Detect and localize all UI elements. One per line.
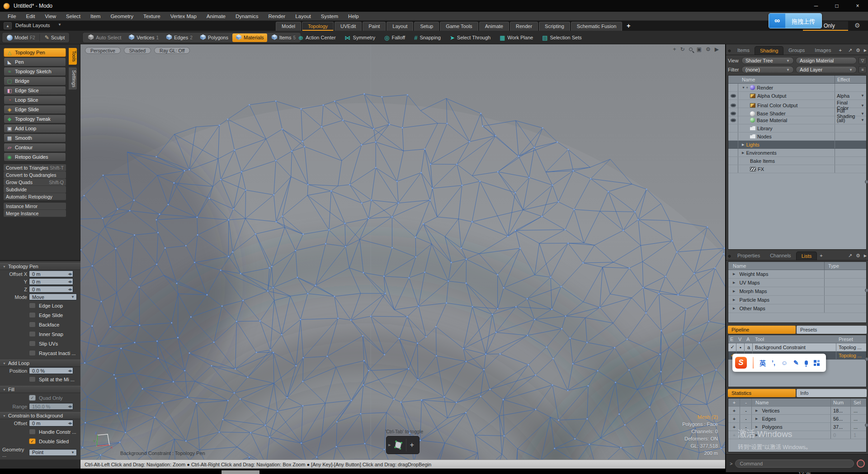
expand-arrow-icon[interactable]: ▶ — [733, 272, 735, 276]
expand-arrow-icon[interactable]: ▶ — [715, 46, 719, 52]
lists-tab-properties[interactable]: Properties — [732, 251, 765, 260]
shader-row-alpha-output[interactable]: Alpha OutputAlpha▼ — [728, 92, 866, 100]
shading-tab-shading[interactable]: Shading — [755, 46, 783, 55]
stepper-icon[interactable]: ◀▶ — [68, 280, 72, 284]
emoji-icon[interactable]: ☺ — [781, 359, 788, 366]
stepper-icon[interactable]: ◀▶ — [68, 405, 72, 408]
lists-add-tab[interactable]: + — [817, 251, 825, 260]
component-items-button[interactable]: Items5 — [268, 33, 299, 42]
expand-icon[interactable]: ↗ — [848, 47, 852, 53]
viewport-ray-gl-off-button[interactable]: Ray GL: Off — [154, 47, 190, 54]
lists-tab-lists[interactable]: Lists — [796, 251, 817, 260]
tool-edge-slice[interactable]: ◧Edge Slice — [4, 86, 66, 95]
checkbox-edge-slide[interactable] — [29, 312, 36, 318]
stepper-icon[interactable]: ◀▶ — [68, 369, 72, 373]
tool-topology-tweak[interactable]: ◆Topology Tweak — [4, 114, 66, 123]
menu-layout[interactable]: Layout — [290, 14, 316, 19]
effect-cell[interactable]: Alpha▼ — [835, 92, 866, 100]
workspace-tab-scripting[interactable]: Scripting — [539, 22, 570, 31]
remove-selection-button[interactable]: - — [740, 407, 752, 414]
tool-loop-slice[interactable]: ◔Loop Slice — [4, 95, 66, 104]
chevron-down-icon[interactable]: ▼ — [861, 118, 864, 122]
stepper-icon[interactable]: ◀▶ — [68, 288, 72, 291]
viewport-shaded-button[interactable]: Shaded — [124, 47, 151, 54]
checkbox-split-at-the-mi[interactable] — [29, 376, 36, 382]
expand-arrow-icon[interactable]: ▶ — [755, 433, 758, 437]
shader-tree-dropdown[interactable]: Shader Tree ▼ — [741, 57, 794, 64]
chevron-down-icon[interactable]: ▼ — [861, 104, 864, 108]
gear-icon[interactable]: ⚙ — [856, 253, 860, 259]
ime-toolbar[interactable]: S 英 ’, ☺ ✎ — [732, 354, 826, 372]
effect-cell[interactable]: (all)▼ — [835, 116, 866, 124]
stat-row-edges[interactable]: +-▶Edges56...... — [728, 415, 866, 423]
menu-item[interactable]: Item — [85, 14, 105, 19]
checkbox-double-sided[interactable]: ✓ — [29, 438, 36, 444]
tool-contour[interactable]: ▱Contour — [4, 143, 66, 152]
pipeline-row-background-constraint[interactable]: ✓•aBackground ConstraintTopolog ... — [728, 343, 866, 351]
checkbox-edge-loop[interactable] — [29, 303, 36, 308]
section-header-add-loop[interactable]: ▼Add Loop — [0, 360, 80, 367]
netdisk-upload-overlay[interactable]: ∞ 拖拽上传 — [769, 13, 822, 28]
checkbox-handle-constr[interactable] — [29, 429, 36, 435]
command-convert-to-quadrangles[interactable]: Convert to Quadrangles — [4, 171, 66, 179]
tab-knob[interactable] — [727, 49, 731, 53]
settings-icon[interactable]: ⚙ — [706, 46, 711, 52]
add-selection-button[interactable]: + — [728, 431, 740, 439]
chevron-down-icon[interactable]: ▼ — [71, 295, 75, 299]
expand-arrow-icon[interactable]: ▶ — [755, 417, 758, 421]
add-selection-button[interactable]: + — [728, 423, 740, 431]
component-materials-button[interactable]: Materials — [232, 33, 267, 42]
dropdown-mode[interactable]: Move▼ — [29, 294, 77, 300]
field-position[interactable]: 0.0 %◀▶ — [29, 367, 73, 374]
remove-selection-button[interactable]: - — [740, 415, 752, 422]
shader-row-nodes[interactable]: Nodes — [728, 133, 866, 141]
tool-palette-popup[interactable]: ▶ + — [386, 436, 420, 454]
expand-icon[interactable]: ↗ — [848, 253, 852, 259]
shader-row-library[interactable]: Library — [728, 124, 866, 133]
tool-add-loop[interactable]: ▣Add Loop — [4, 124, 66, 133]
shader-row-fx[interactable]: FX — [728, 165, 866, 173]
side-tab-tools[interactable]: Tools — [69, 48, 77, 65]
viewport-perspective-button[interactable]: Perspective — [85, 47, 121, 54]
visibility-cell[interactable] — [728, 92, 738, 100]
checkbox-quad-only[interactable]: ✓ — [29, 395, 36, 401]
expand-arrow-icon[interactable]: ▶ — [755, 409, 758, 412]
remove-selection-button[interactable]: - — [740, 423, 752, 431]
shading-add-tab[interactable]: + — [836, 46, 844, 55]
list-row-particle-maps[interactable]: ▶Particle Maps — [728, 296, 866, 304]
command-input[interactable] — [735, 460, 854, 468]
presets-tab[interactable]: Presets — [797, 326, 867, 334]
dropdown-geometry-type[interactable]: Point▼ — [29, 449, 77, 456]
shader-row-base-material[interactable]: Base Material(all)▼ — [728, 116, 866, 124]
command-subdivide[interactable]: Subdivide — [4, 186, 66, 193]
workspace-tab-layout[interactable]: Layout — [387, 22, 413, 31]
modifier-symmetry-button[interactable]: ⋈Symmetry — [345, 34, 376, 41]
gear-icon[interactable]: ⚙ — [856, 47, 860, 53]
modifier-falloff-button[interactable]: ◎Falloff — [384, 34, 405, 41]
panel-scroll-knob[interactable] — [865, 289, 868, 292]
ime-menu-grid-icon[interactable] — [814, 360, 820, 366]
arrow-right-icon[interactable]: ▶ — [864, 48, 867, 52]
command-merge-instance[interactable]: Merge Instance — [4, 210, 66, 217]
arrow-right-icon[interactable]: ▶ — [864, 254, 867, 258]
ime-language-toggle[interactable]: 英 — [760, 358, 766, 367]
workspace-tab-uvedit[interactable]: UVEdit — [335, 22, 362, 31]
command-automatic-retopology[interactable]: Automatic Retopology — [4, 193, 66, 200]
ime-punctuation-toggle[interactable]: ’, — [772, 359, 775, 366]
eye-icon[interactable] — [731, 104, 736, 107]
checkbox-slip-uvs[interactable] — [29, 341, 36, 346]
shader-row-final-color-output[interactable]: Final Color OutputFinal Color▼ — [728, 100, 866, 108]
filter-dropdown[interactable]: (none) ▼ — [741, 66, 794, 73]
shader-row-base-shader[interactable]: Base ShaderFull Shading▼ — [728, 108, 866, 116]
component-edges-button[interactable]: Edges2 — [163, 33, 196, 42]
collapse-triangle-icon[interactable]: ▼ — [742, 86, 745, 89]
assign-material-button[interactable]: Assign Material — [796, 57, 857, 64]
stat-row-polygons[interactable]: +-▶Polygons37...... — [728, 423, 866, 431]
workspace-tab-topology[interactable]: Topology — [302, 22, 334, 31]
list-row-weight-maps[interactable]: ▶Weight Maps — [728, 270, 866, 279]
mode-sculpt-button[interactable]: ✎Sculpt — [42, 33, 68, 42]
tool-pen[interactable]: ◣Pen — [4, 57, 66, 66]
sogou-logo-icon[interactable]: S — [735, 357, 747, 369]
menu-help[interactable]: Help — [343, 14, 364, 19]
shader-row-environments[interactable]: ▶Environments — [728, 149, 866, 157]
